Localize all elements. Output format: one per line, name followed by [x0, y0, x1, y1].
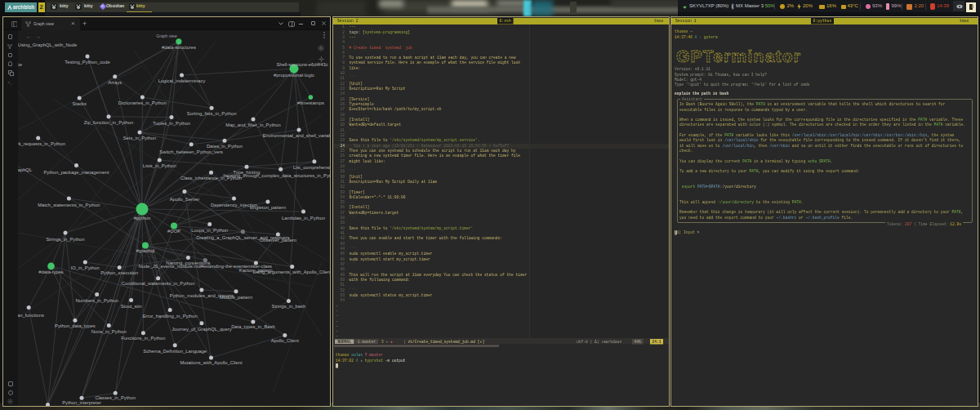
svg-text:Module_pattern: Module_pattern — [220, 295, 252, 300]
svg-text:#timestamps: #timestamps — [297, 100, 324, 105]
svg-text:Python_execution: Python_execution — [100, 270, 138, 275]
svg-text:#propositional-logic: #propositional-logic — [274, 73, 314, 78]
svg-text:Match_statements_in_Python: Match_statements_in_Python — [38, 203, 100, 207]
svg-text:Python_data_types: Python_data_types — [55, 323, 96, 328]
svg-text:Sorting_lists_in_Python: Sorting_lists_in_Python — [187, 111, 237, 116]
svg-text:Shell-sessions-e6d4f43c: Shell-sessions-e6d4f43c — [276, 62, 327, 67]
svg-text:Python_package_management: Python_package_management — [43, 170, 109, 175]
svg-text:Environmental_and_shell_variab: Environmental_and_shell_variable — [263, 133, 330, 138]
svg-text:Sets_in_Python: Sets_in_Python — [123, 136, 157, 140]
svg-text:Logical_indeterminacy: Logical_indeterminacy — [158, 78, 206, 83]
svg-text:Loops_in_Python: Loops_in_Python — [191, 228, 228, 233]
svg-text:Schema_Definition_Language: Schema_Definition_Language — [143, 349, 207, 354]
svg-text:Observer_pattern: Observer_pattern — [260, 238, 296, 243]
svg-text:Error_handling_in_Python: Error_handling_in_Python — [143, 314, 198, 319]
svg-text:Map_and_filter_in_Python: Map_and_filter_in_Python — [225, 123, 280, 127]
svg-text:#OOP: #OOP — [167, 229, 180, 234]
svg-text:#graphql: #graphql — [136, 248, 155, 253]
svg-text:Numbers_in_Python: Numbers_in_Python — [75, 298, 118, 303]
svg-text:Dictionaries_in_Python: Dictionaries_in_Python — [118, 100, 167, 105]
svg-text:Lambdas_in_Python: Lambdas_in_Python — [282, 216, 325, 221]
svg-text:Strings_in_Python: Strings_in_Python — [46, 237, 84, 242]
svg-text:Conditional_statements_in_Pyth: Conditional_statements_in_Python — [122, 281, 195, 286]
svg-text:Switch_between_Python_vers: Switch_between_Python_vers — [159, 149, 223, 154]
svg-text:#data-types: #data-types — [38, 270, 63, 274]
svg-text:Testing_Python_code: Testing_Python_code — [65, 60, 109, 65]
svg-text:IO_in_Python: IO_in_Python — [71, 265, 100, 270]
svg-text:Strings_in_bash: Strings_in_bash — [272, 304, 306, 309]
svg-text:Zip_function_in_Python: Zip_function_in_Python — [84, 120, 134, 125]
svg-text:Class_inheritance_in_Python: Class_inheritance_in_Python — [180, 176, 242, 180]
svg-text:#python: #python — [134, 216, 151, 221]
svg-text:Tuples_in_Python: Tuples_in_Python — [153, 121, 190, 126]
svg-text:Journey_of_GraphQL_query: Journey_of_GraphQL_query — [172, 327, 232, 332]
svg-text:None_in_Python: None_in_Python — [91, 329, 127, 334]
svg-text:Stout_stin: Stout_stin — [121, 304, 142, 309]
svg-text:Stacks: Stacks — [72, 101, 86, 106]
svg-text:Apollo_Server: Apollo_Server — [170, 197, 199, 202]
svg-text:Python_interpreter: Python_interpreter — [62, 400, 101, 405]
svg-text:Data_types_in_Bash: Data_types_in_Bash — [231, 324, 275, 329]
svg-text:#data-structures: #data-structures — [162, 45, 196, 50]
svg-text:Functions_in_Python: Functions_in_Python — [121, 336, 165, 341]
svg-text:work_requests_in_Python: work_requests_in_Python — [10, 141, 65, 146]
svg-text:GPTerminator: GPTerminator — [676, 47, 800, 65]
svg-text:Apollo_Client: Apollo_Client — [271, 338, 300, 343]
svg-text:Mutations_with_Apollo_Client: Mutations_with_Apollo_Client — [180, 360, 242, 365]
svg-text:Dates_in_Python: Dates_in_Python — [207, 144, 243, 149]
svg-text:lean_functions: lean_functions — [14, 313, 44, 318]
svg-text:Lists_in_Python: Lists_in_Python — [143, 163, 176, 168]
svg-text:List_comprehension: List_comprehension — [293, 165, 330, 170]
svg-text:Using_arguments_with_Apollo_Cl: Using_arguments_with_Apollo_Client — [253, 270, 330, 274]
svg-text:Using_GraphQL_with_Node: Using_GraphQL_with_Node — [18, 42, 78, 47]
svg-text:singleton_pattern: singleton_pattern — [250, 205, 286, 210]
svg-text:Arrays: Arrays — [108, 80, 122, 85]
